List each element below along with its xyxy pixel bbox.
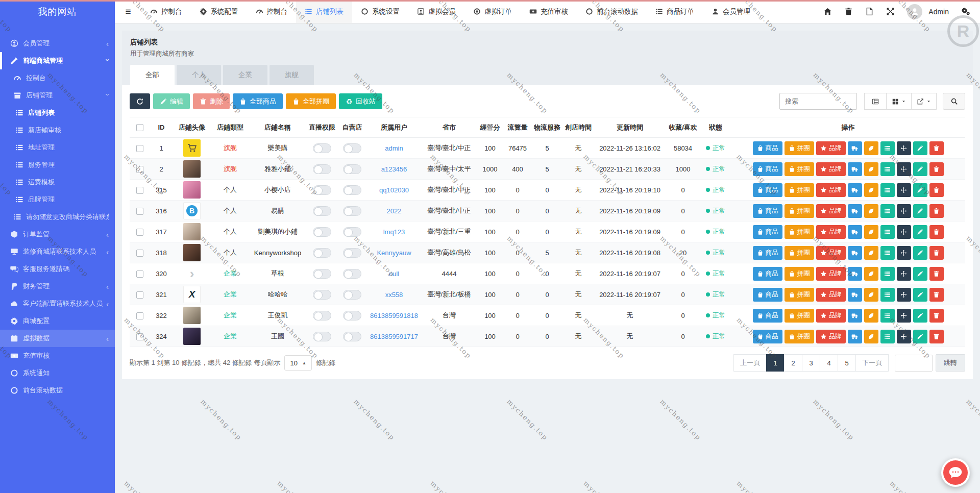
tag-button[interactable] — [864, 330, 878, 343]
tag-button[interactable] — [864, 246, 878, 260]
live-permission-toggle[interactable] — [313, 143, 331, 153]
nav-tab[interactable]: 虚拟会员 — [408, 0, 464, 23]
goods-button[interactable]: 商品 — [753, 162, 782, 176]
tag-button[interactable] — [864, 204, 878, 218]
live-permission-toggle[interactable] — [313, 269, 331, 279]
page-number-button[interactable]: 4 — [820, 354, 838, 372]
nav-tab[interactable]: 商品订单 — [647, 0, 703, 23]
groupon-button[interactable]: 拼團 — [785, 204, 814, 218]
self-operated-toggle[interactable] — [343, 164, 361, 174]
self-operated-toggle[interactable] — [343, 248, 361, 258]
delete-row-button[interactable] — [929, 330, 944, 343]
sidebar-item[interactable]: 装修商城请联系技术人员‹ — [0, 243, 115, 260]
row-checkbox[interactable] — [136, 229, 143, 236]
chat-button[interactable] — [941, 458, 970, 487]
delivery-button[interactable] — [848, 225, 862, 239]
delivery-button[interactable] — [848, 162, 862, 176]
nav-tab[interactable]: 充值审核 — [521, 0, 577, 23]
filter-tab[interactable]: 全部 — [130, 65, 175, 85]
live-permission-toggle[interactable] — [313, 290, 331, 300]
nav-tab[interactable]: 系统设置 — [352, 0, 408, 23]
brand-button[interactable]: 品牌 — [816, 183, 846, 197]
sidebar-item[interactable]: 控制台 — [0, 69, 115, 87]
tag-button[interactable] — [864, 309, 878, 323]
brand-button[interactable]: 品牌 — [816, 204, 846, 218]
detail-button[interactable] — [880, 246, 895, 260]
tag-button[interactable] — [864, 183, 878, 197]
delivery-button[interactable] — [848, 309, 862, 323]
live-permission-toggle[interactable] — [313, 332, 331, 341]
live-permission-toggle[interactable] — [313, 311, 331, 321]
sidebar-item[interactable]: 订单监管‹ — [0, 226, 115, 243]
refresh-button[interactable] — [130, 93, 150, 109]
self-operated-toggle[interactable] — [343, 143, 361, 153]
goods-button[interactable]: 商品 — [753, 183, 782, 197]
owner-user-link[interactable]: admin — [385, 144, 403, 152]
delete-row-button[interactable] — [929, 246, 944, 260]
goods-button[interactable]: 商品 — [753, 225, 782, 239]
delivery-button[interactable] — [848, 141, 862, 155]
self-operated-toggle[interactable] — [343, 206, 361, 216]
page-number-button[interactable]: 2 — [784, 354, 802, 372]
page-number-button[interactable]: 3 — [802, 354, 820, 372]
delivery-button[interactable] — [848, 246, 862, 260]
edit-row-button[interactable] — [913, 141, 927, 155]
home-icon[interactable] — [823, 7, 832, 16]
sidebar-item[interactable]: 运费模板 — [0, 174, 115, 191]
edit-row-button[interactable] — [913, 204, 927, 218]
nav-tab[interactable]: 店铺列表 — [296, 0, 352, 23]
delete-button[interactable]: 删除 — [193, 93, 230, 109]
live-permission-toggle[interactable] — [313, 248, 331, 258]
move-button[interactable] — [897, 246, 911, 260]
row-checkbox[interactable] — [136, 166, 143, 173]
move-button[interactable] — [897, 267, 911, 281]
goods-button[interactable]: 商品 — [753, 288, 782, 302]
delete-row-button[interactable] — [929, 309, 944, 323]
tag-button[interactable] — [864, 267, 878, 281]
owner-user-link[interactable]: 8613859591717 — [370, 333, 418, 340]
row-checkbox[interactable] — [136, 312, 143, 319]
move-button[interactable] — [897, 288, 911, 302]
sidebar-item[interactable]: 虚拟数据‹ — [0, 330, 115, 347]
live-permission-toggle[interactable] — [313, 227, 331, 237]
sidebar-item[interactable]: 前台滚动数据 — [0, 382, 115, 399]
live-permission-toggle[interactable] — [313, 206, 331, 216]
delete-row-button[interactable] — [929, 225, 944, 239]
row-checkbox[interactable] — [136, 145, 143, 152]
row-checkbox[interactable] — [136, 187, 143, 194]
detail-button[interactable] — [880, 141, 895, 155]
tag-button[interactable] — [864, 288, 878, 302]
brand-button[interactable]: 品牌 — [816, 330, 846, 343]
owner-user-link[interactable]: 2022 — [387, 207, 402, 215]
delete-row-button[interactable] — [929, 204, 944, 218]
sidebar-item[interactable]: 商城配置 — [0, 312, 115, 330]
trash-icon[interactable] — [844, 7, 853, 16]
nav-tab[interactable]: 系统配置 — [191, 0, 247, 23]
sidebar-item[interactable]: 会员管理‹ — [0, 35, 115, 52]
menu-toggle-icon[interactable]: ≡ — [115, 0, 141, 23]
sidebar-item[interactable]: 充值审核 — [0, 347, 115, 364]
delivery-button[interactable] — [848, 330, 862, 343]
brand-button[interactable]: 品牌 — [816, 246, 846, 260]
delivery-button[interactable] — [848, 204, 862, 218]
brand-button[interactable]: 品牌 — [816, 141, 846, 155]
edit-row-button[interactable] — [913, 267, 927, 281]
row-checkbox[interactable] — [136, 208, 143, 215]
sidebar-item[interactable]: 系统通知 — [0, 364, 115, 382]
sidebar-item[interactable]: 新店铺审核 — [0, 121, 115, 139]
brand-button[interactable]: 品牌 — [816, 288, 846, 302]
row-checkbox[interactable] — [136, 250, 143, 257]
owner-user-link[interactable]: lmq123 — [383, 228, 405, 236]
sidebar-item[interactable]: 前端商城管理‹ — [0, 52, 115, 69]
select-all-checkbox[interactable] — [136, 124, 143, 131]
owner-user-link[interactable]: 8613859591818 — [370, 312, 418, 319]
delivery-button[interactable] — [848, 288, 862, 302]
row-checkbox[interactable] — [136, 270, 143, 278]
brand-button[interactable]: 品牌 — [816, 267, 846, 281]
owner-user-link[interactable]: null — [389, 270, 399, 278]
self-operated-toggle[interactable] — [343, 185, 361, 195]
edit-row-button[interactable] — [913, 162, 927, 176]
delivery-button[interactable] — [848, 267, 862, 281]
self-operated-toggle[interactable] — [343, 269, 361, 279]
gears-icon[interactable] — [961, 7, 970, 16]
